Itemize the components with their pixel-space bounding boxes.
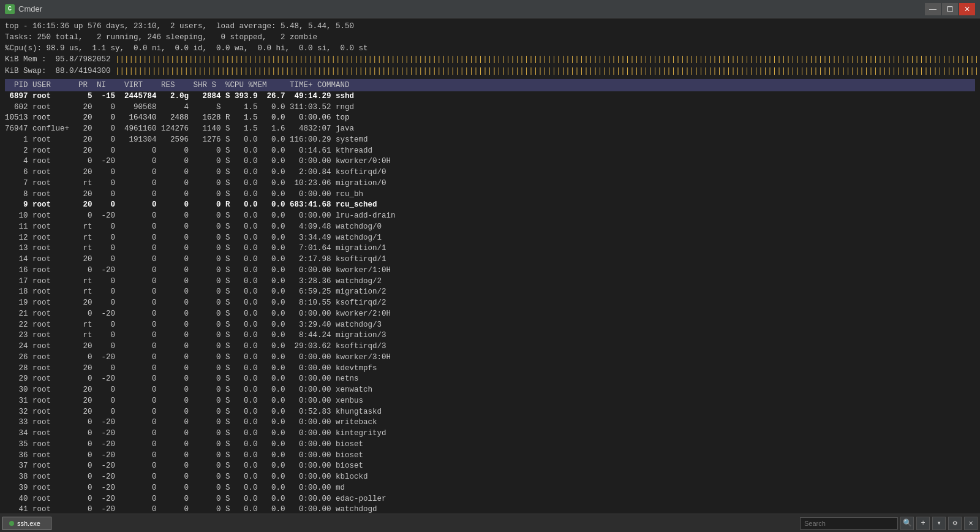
table-row: 17 root rt 0 0 0 0 S 0.0 0.0 3:28.36 wat… bbox=[5, 276, 975, 287]
table-row: 11 root rt 0 0 0 0 S 0.0 0.0 4:09.48 wat… bbox=[5, 222, 975, 233]
table-row: 10513 root 20 0 164340 2488 1628 R 1.5 0… bbox=[5, 113, 975, 124]
table-row: 6 root 20 0 0 0 0 S 0.0 0.0 2:00.84 ksof… bbox=[5, 167, 975, 178]
taskbar-right: 🔍 + ▾ ⚙ ✕ bbox=[800, 517, 978, 530]
table-row: 34 root 0 -20 0 0 0 S 0.0 0.0 0:00.00 ki… bbox=[5, 428, 975, 439]
table-row: 38 root 0 -20 0 0 0 S 0.0 0.0 0:00.00 kb… bbox=[5, 472, 975, 483]
table-row: 1 root 20 0 191304 2596 1276 S 0.0 0.0 1… bbox=[5, 135, 975, 146]
info-line-3: KiB Mem : 95.8/7982052 |||||||||||||||||… bbox=[5, 54, 975, 65]
minimize-button[interactable]: — bbox=[925, 3, 941, 15]
table-row: 21 root 0 -20 0 0 0 S 0.0 0.0 0:00.00 kw… bbox=[5, 309, 975, 320]
table-row: 23 root rt 0 0 0 0 S 0.0 0.0 8:44.24 mig… bbox=[5, 330, 975, 341]
terminal-area[interactable]: top - 16:15:36 up 576 days, 23:10, 2 use… bbox=[0, 18, 980, 514]
table-row: 18 root rt 0 0 0 0 S 0.0 0.0 6:59.25 mig… bbox=[5, 287, 975, 298]
search-input[interactable] bbox=[800, 517, 898, 530]
close-tab-button[interactable]: ✕ bbox=[964, 517, 978, 530]
dropdown-button[interactable]: ▾ bbox=[932, 517, 946, 530]
table-row: 32 root 20 0 0 0 0 S 0.0 0.0 0:52.83 khu… bbox=[5, 407, 975, 418]
table-row: 76947 conflue+ 20 0 4961160 124276 1140 … bbox=[5, 124, 975, 135]
table-row: 39 root 0 -20 0 0 0 S 0.0 0.0 0:00.00 md bbox=[5, 483, 975, 494]
window-controls: — ⧠ ✕ bbox=[925, 3, 975, 15]
table-row: 29 root 0 -20 0 0 0 S 0.0 0.0 0:00.00 ne… bbox=[5, 374, 975, 385]
info-line-2: %Cpu(s): 98.9 us, 1.1 sy, 0.0 ni, 0.0 id… bbox=[5, 43, 975, 54]
title-bar: C Cmder — ⧠ ✕ bbox=[0, 0, 980, 18]
process-list: 6897 root 5 -15 2445784 2.0g 2884 S 393.… bbox=[5, 91, 975, 514]
title-bar-left: C Cmder bbox=[5, 4, 42, 14]
taskbar-tab[interactable]: ssh.exe bbox=[2, 517, 51, 530]
table-row: 8 root 20 0 0 0 0 S 0.0 0.0 0:00.00 rcu_… bbox=[5, 189, 975, 200]
table-row: 40 root 0 -20 0 0 0 S 0.0 0.0 0:00.00 ed… bbox=[5, 494, 975, 505]
info-line-4: KiB Swap: 88.0/4194300 |||||||||||||||||… bbox=[5, 66, 975, 77]
info-line-1: Tasks: 250 total, 2 running, 246 sleepin… bbox=[5, 32, 975, 43]
table-row: 2 root 20 0 0 0 0 S 0.0 0.0 0:14.61 kthr… bbox=[5, 146, 975, 157]
table-row: 7 root rt 0 0 0 0 S 0.0 0.0 10:23.06 mig… bbox=[5, 178, 975, 189]
settings-button[interactable]: ⚙ bbox=[948, 517, 962, 530]
table-row: 16 root 0 -20 0 0 0 S 0.0 0.0 0:00.00 kw… bbox=[5, 265, 975, 276]
table-row: 10 root 0 -20 0 0 0 S 0.0 0.0 0:00.00 lr… bbox=[5, 211, 975, 222]
table-row: 12 root rt 0 0 0 0 S 0.0 0.0 3:34.49 wat… bbox=[5, 233, 975, 244]
app-icon: C bbox=[5, 4, 15, 14]
table-row: 37 root 0 -20 0 0 0 S 0.0 0.0 0:00.00 bi… bbox=[5, 461, 975, 472]
table-row: 4 root 0 -20 0 0 0 S 0.0 0.0 0:00.00 kwo… bbox=[5, 156, 975, 167]
table-row: 9 root 20 0 0 0 0 R 0.0 0.0 683:41.68 rc… bbox=[5, 200, 975, 211]
table-row: 22 root rt 0 0 0 0 S 0.0 0.0 3:29.40 wat… bbox=[5, 320, 975, 331]
table-row: 19 root 20 0 0 0 0 S 0.0 0.0 8:10.55 kso… bbox=[5, 298, 975, 309]
table-row: 26 root 0 -20 0 0 0 S 0.0 0.0 0:00.00 kw… bbox=[5, 352, 975, 363]
table-row: 602 root 20 0 90568 4 S 1.5 0.0 311:03.5… bbox=[5, 102, 975, 113]
table-row: 30 root 20 0 0 0 0 S 0.0 0.0 0:00.00 xen… bbox=[5, 385, 975, 396]
search-icon-button[interactable]: 🔍 bbox=[900, 517, 914, 530]
window-title: Cmder bbox=[18, 4, 42, 13]
process-table: PID USER PR NI VIRT RES SHR S %CPU %MEM … bbox=[5, 79, 975, 514]
tab-indicator bbox=[9, 521, 14, 526]
table-row: 35 root 0 -20 0 0 0 S 0.0 0.0 0:00.00 bi… bbox=[5, 439, 975, 450]
table-row: 36 root 0 -20 0 0 0 S 0.0 0.0 0:00.00 bi… bbox=[5, 450, 975, 462]
table-row: 14 root 20 0 0 0 0 S 0.0 0.0 2:17.98 kso… bbox=[5, 254, 975, 265]
table-row: 6897 root 5 -15 2445784 2.0g 2884 S 393.… bbox=[5, 91, 975, 102]
table-row: 33 root 0 -20 0 0 0 S 0.0 0.0 0:00.00 wr… bbox=[5, 417, 975, 428]
info-line-0: top - 16:15:36 up 576 days, 23:10, 2 use… bbox=[5, 21, 975, 32]
taskbar: ssh.exe 🔍 + ▾ ⚙ ✕ bbox=[0, 514, 980, 532]
table-row: 28 root 20 0 0 0 0 S 0.0 0.0 0:00.00 kde… bbox=[5, 363, 975, 374]
table-row: 24 root 20 0 0 0 0 S 0.0 0.0 29:03.62 ks… bbox=[5, 341, 975, 352]
add-tab-button[interactable]: + bbox=[916, 517, 930, 530]
tab-label: ssh.exe bbox=[17, 520, 40, 527]
table-row: 31 root 20 0 0 0 0 S 0.0 0.0 0:00.00 xen… bbox=[5, 396, 975, 407]
table-header: PID USER PR NI VIRT RES SHR S %CPU %MEM … bbox=[5, 79, 975, 91]
table-row: 41 root 0 -20 0 0 0 S 0.0 0.0 0:00.00 wa… bbox=[5, 504, 975, 514]
system-info: top - 16:15:36 up 576 days, 23:10, 2 use… bbox=[5, 21, 975, 77]
taskbar-tabs: ssh.exe bbox=[2, 517, 51, 530]
close-button[interactable]: ✕ bbox=[959, 3, 975, 15]
maximize-button[interactable]: ⧠ bbox=[942, 3, 958, 15]
table-row: 13 root rt 0 0 0 0 S 0.0 0.0 7:01.64 mig… bbox=[5, 243, 975, 254]
